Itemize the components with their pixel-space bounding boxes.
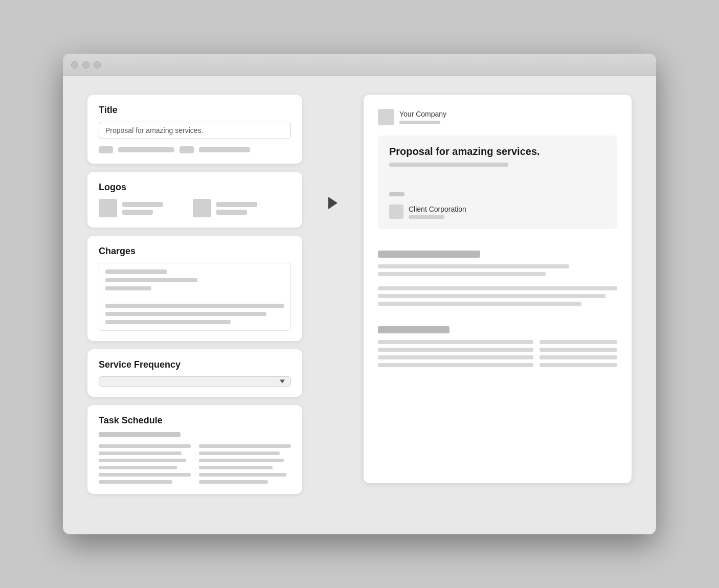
task-meta-bar [99, 432, 181, 437]
charge-bar-5 [105, 312, 266, 316]
task-left-bar-6 [99, 480, 172, 484]
logo-label-bar-1b [122, 210, 153, 215]
logo-box-1 [99, 199, 117, 217]
titlebar [63, 54, 656, 76]
close-button[interactable] [71, 61, 78, 69]
logo-label-bar-2b [216, 210, 247, 215]
task-schedule-heading: Task Schedule [99, 415, 291, 426]
task-right-bar-1 [199, 444, 291, 448]
doc-preview: Your Company Proposal for amazing servic… [364, 95, 632, 483]
doc-section-1 [378, 251, 617, 306]
minimize-button[interactable] [82, 61, 89, 69]
doc-line-1c [378, 286, 617, 290]
meta-box-2 [179, 146, 194, 153]
client-name-block: Client Corporation [409, 205, 466, 219]
client-name-text: Client Corporation [409, 205, 466, 213]
doc-table-row-3 [378, 355, 617, 359]
doc-line-1e [378, 302, 581, 306]
doc-header: Your Company [378, 109, 617, 125]
doc-line-1d [378, 294, 605, 298]
task-left-bar-4 [99, 466, 177, 469]
task-col-right [199, 444, 291, 484]
doc-cell-4b [540, 363, 617, 367]
logo-label-bar-1a [122, 202, 163, 207]
title-input[interactable] [99, 122, 291, 139]
service-frequency-heading: Service Frequency [99, 359, 291, 370]
company-sub-bar [399, 121, 440, 124]
company-name-block: Your Company [399, 110, 446, 124]
left-panel: Title Logos [87, 95, 302, 494]
task-left-bar-1 [99, 444, 191, 448]
task-schedule-card: Task Schedule [87, 405, 302, 494]
task-right-bar-2 [199, 451, 280, 455]
doc-cell-3b [540, 355, 617, 359]
charge-bar-2 [105, 278, 197, 282]
title-meta [99, 146, 291, 153]
client-row: Client Corporation [389, 205, 606, 219]
logos-card: Logos [87, 172, 302, 228]
company-name-text: Your Company [399, 110, 446, 118]
logo-box-2 [193, 199, 211, 217]
task-left-bar-2 [99, 451, 182, 455]
task-col-left [99, 444, 191, 484]
logos-row [99, 199, 291, 217]
company-logo [378, 109, 394, 125]
charges-card: Charges [87, 236, 302, 341]
task-right-bar-5 [199, 473, 286, 477]
service-frequency-select[interactable] [99, 376, 291, 387]
doc-title-sub-bar [389, 163, 508, 167]
meta-box-1 [99, 146, 113, 153]
doc-section-2 [378, 316, 617, 367]
logo-label-bar-2a [216, 202, 257, 207]
doc-section-1-header [378, 251, 480, 258]
task-right-bar-4 [199, 466, 273, 469]
logos-card-heading: Logos [99, 182, 291, 193]
task-left-bar-5 [99, 473, 191, 477]
task-right-bar-6 [199, 480, 268, 484]
meta-bar-1 [118, 147, 174, 152]
charge-bar-3 [105, 286, 151, 290]
doc-cell-2a [378, 348, 533, 352]
logo-item-2 [193, 199, 257, 217]
window-content: Title Logos [63, 76, 656, 534]
charge-bar-6 [105, 320, 231, 324]
doc-inner-bar [389, 192, 405, 196]
doc-line-1b [378, 272, 546, 276]
charges-content [99, 263, 291, 331]
client-sub-bar [409, 215, 444, 219]
charge-bar-1 [105, 269, 167, 274]
doc-cell-1a [378, 340, 533, 344]
mac-window: Title Logos [63, 54, 656, 534]
arrow-icon [328, 197, 338, 209]
client-logo [389, 205, 403, 219]
doc-table-row-1 [378, 340, 617, 344]
meta-bar-2 [199, 147, 250, 152]
task-columns [99, 444, 291, 484]
task-right-bar-3 [199, 459, 284, 462]
charges-card-heading: Charges [99, 246, 291, 257]
logo-item-1 [99, 199, 163, 217]
doc-line-1a [378, 264, 569, 268]
doc-cell-1b [540, 340, 617, 344]
doc-cell-2b [540, 348, 617, 352]
arrow-section [323, 95, 343, 209]
doc-title-area: Proposal for amazing services. Client Co… [378, 135, 617, 229]
doc-proposal-title-text: Proposal for amazing services. [389, 146, 606, 157]
service-frequency-select-wrapper [99, 376, 291, 387]
maximize-button[interactable] [94, 61, 101, 69]
title-card: Title [87, 95, 302, 164]
task-left-bar-3 [99, 459, 186, 462]
doc-section-2-header [378, 326, 450, 333]
doc-table-row-4 [378, 363, 617, 367]
charge-bar-4 [105, 304, 284, 308]
doc-cell-3a [378, 355, 533, 359]
doc-cell-4a [378, 363, 533, 367]
doc-table-row-2 [378, 348, 617, 352]
service-frequency-card: Service Frequency [87, 349, 302, 397]
title-card-heading: Title [99, 105, 291, 116]
